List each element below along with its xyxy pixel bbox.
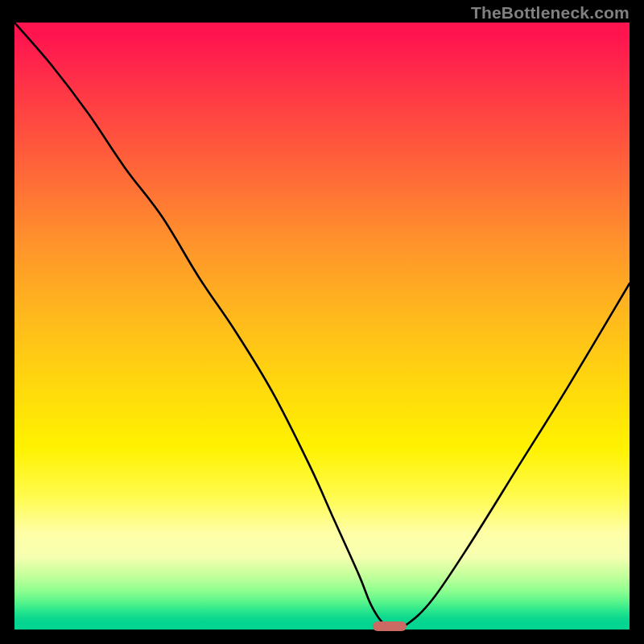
optimal-point-marker [373,621,407,631]
bottleneck-curve-path [14,23,630,627]
bottleneck-curve-svg [14,23,630,630]
bottleneck-plot [14,23,630,630]
watermark-text: TheBottleneck.com [471,3,630,23]
